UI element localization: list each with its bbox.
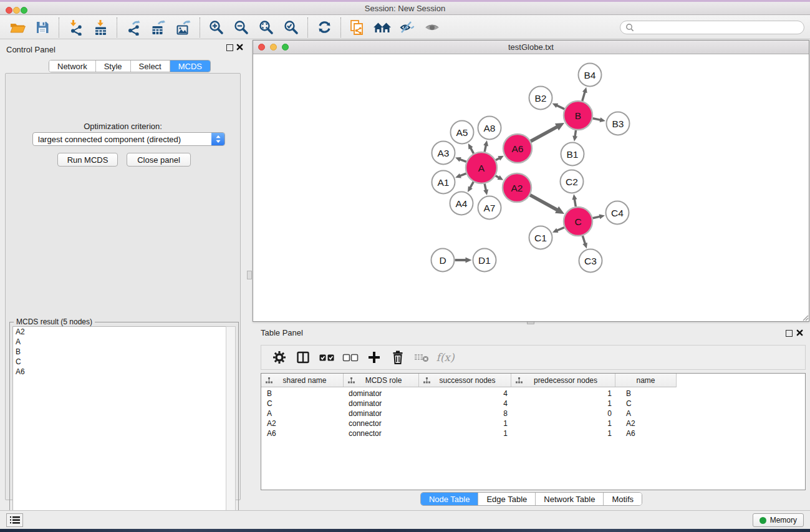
table-cell[interactable]: 1: [511, 399, 615, 409]
graph-edge-C-C3[interactable]: [582, 236, 587, 249]
tab-node-table[interactable]: Node Table: [421, 493, 479, 505]
table-cell[interactable]: A6: [261, 428, 344, 438]
graph-node-C2[interactable]: C2: [561, 170, 584, 193]
table-cell[interactable]: C: [615, 399, 677, 409]
table-row[interactable]: A6connector11A6: [261, 428, 805, 438]
table-cell[interactable]: A6: [615, 428, 677, 438]
mcds-result-scrollbar[interactable]: [226, 326, 236, 531]
tab-style[interactable]: Style: [96, 60, 131, 72]
resize-grip-icon[interactable]: [801, 314, 809, 321]
export-network-icon[interactable]: [121, 17, 146, 38]
table-cell[interactable]: 1: [511, 428, 615, 438]
table-row[interactable]: Adominator80A: [261, 409, 805, 418]
graph-node-A1[interactable]: A1: [432, 171, 455, 194]
close-panel-button[interactable]: Close panel: [127, 153, 191, 167]
table-cell[interactable]: 4: [419, 399, 511, 409]
zoom-in-icon[interactable]: [204, 17, 229, 38]
graph-node-A[interactable]: A: [466, 152, 497, 183]
tab-network-table[interactable]: Network Table: [536, 493, 604, 505]
graph-edge-B-B1[interactable]: [572, 130, 577, 142]
table-cell[interactable]: 8: [419, 409, 511, 418]
table-cell[interactable]: connector: [344, 428, 419, 438]
export-image-icon[interactable]: [171, 17, 196, 38]
graph-node-D[interactable]: D: [432, 249, 455, 272]
graph-node-C[interactable]: C: [564, 207, 592, 236]
table-cell[interactable]: A2: [261, 418, 344, 428]
graph-edge-A-A1[interactable]: [455, 173, 466, 178]
export-table-icon[interactable]: [146, 17, 171, 38]
run-mcds-button[interactable]: Run MCDS: [57, 153, 118, 167]
graph-node-A3[interactable]: A3: [432, 142, 455, 165]
memory-button[interactable]: Memory: [753, 513, 804, 527]
refresh-icon[interactable]: [312, 17, 337, 38]
graph-edge-A6-B[interactable]: [531, 123, 564, 142]
delete-table-icon[interactable]: [410, 347, 433, 367]
graph-node-A5[interactable]: A5: [451, 121, 474, 144]
graph-edge-A-A5[interactable]: [468, 143, 474, 153]
table-row[interactable]: Bdominator41B: [261, 389, 805, 399]
column-header-predecessor-nodes[interactable]: predecessor nodes: [511, 374, 615, 387]
tab-select[interactable]: Select: [131, 60, 170, 72]
split-view-icon[interactable]: [291, 347, 315, 367]
function-builder-icon[interactable]: f(x): [433, 347, 457, 367]
network-canvas[interactable]: B4B2BB3A5A8A6A3B1AA1C2A2A4A7C4CC1C3DD1: [253, 54, 809, 321]
graph-edge-B-B2[interactable]: [552, 104, 565, 109]
table-cell[interactable]: A2: [615, 418, 677, 428]
import-network-icon[interactable]: [63, 17, 88, 38]
table-row[interactable]: A2connector11A2: [261, 418, 805, 428]
graph-edge-A-A3[interactable]: [455, 157, 466, 162]
graph-node-C4[interactable]: C4: [606, 201, 629, 225]
table-cell[interactable]: B: [615, 389, 677, 399]
table-cell[interactable]: 1: [419, 418, 511, 428]
zoom-fit-icon[interactable]: [254, 17, 279, 38]
table-cell[interactable]: connector: [344, 418, 419, 428]
table-cell[interactable]: 1: [511, 389, 615, 399]
graph-edge-B-B3[interactable]: [593, 117, 605, 122]
graph-node-A2[interactable]: A2: [503, 173, 531, 202]
deselect-all-checkboxes-icon[interactable]: [339, 347, 362, 367]
destroy-network-icon[interactable]: [345, 17, 370, 38]
table-cell[interactable]: 0: [511, 409, 615, 418]
tab-mcds[interactable]: MCDS: [170, 60, 210, 72]
graph-node-B1[interactable]: B1: [561, 143, 584, 166]
table-cell[interactable]: B: [261, 389, 344, 399]
open-file-icon[interactable]: [5, 17, 30, 38]
graph-node-A6[interactable]: A6: [503, 134, 532, 163]
graph-edge-C-C4[interactable]: [592, 214, 605, 219]
import-table-icon[interactable]: [88, 17, 113, 38]
tab-edge-table[interactable]: Edge Table: [478, 493, 536, 505]
global-search-input[interactable]: [634, 22, 804, 33]
table-cell[interactable]: C: [261, 399, 344, 409]
table-cell[interactable]: A: [615, 409, 677, 418]
table-cell[interactable]: dominator: [344, 399, 419, 409]
graph-node-A8[interactable]: A8: [478, 117, 501, 140]
add-column-icon[interactable]: [362, 347, 386, 367]
home-layout-icon[interactable]: [370, 17, 395, 38]
zoom-out-icon[interactable]: [229, 17, 254, 38]
graph-edge-C-C1[interactable]: [552, 228, 564, 233]
select-all-checkboxes-icon[interactable]: [315, 347, 339, 367]
column-header-mcds-role[interactable]: MCDS role: [344, 374, 419, 387]
graph-edge-B-B4[interactable]: [582, 87, 587, 101]
graph-edge-A-A6[interactable]: [496, 156, 504, 161]
table-float-panel-icon[interactable]: [786, 330, 793, 337]
graph-edge-A-A4[interactable]: [468, 182, 473, 192]
vertical-splitter-handle[interactable]: [247, 271, 252, 279]
graph-edge-A-A7[interactable]: [483, 183, 488, 195]
graph-edge-C-C2[interactable]: [572, 194, 577, 206]
mcds-result-item[interactable]: A6: [13, 367, 226, 377]
table-cell[interactable]: 1: [511, 418, 615, 428]
task-history-button[interactable]: [6, 513, 23, 527]
table-cell[interactable]: 4: [419, 389, 511, 399]
graph-node-C1[interactable]: C1: [529, 226, 552, 249]
graph-edge-A-A2[interactable]: [496, 175, 504, 180]
mcds-result-item[interactable]: B: [13, 347, 226, 357]
mcds-result-item[interactable]: C: [13, 357, 226, 367]
graph-node-A7[interactable]: A7: [478, 196, 501, 220]
tab-network[interactable]: Network: [49, 60, 96, 72]
hide-selected-icon[interactable]: [395, 17, 420, 38]
graph-edge-A2-C[interactable]: [530, 195, 564, 214]
show-all-icon[interactable]: [420, 17, 445, 38]
graph-node-B[interactable]: B: [564, 101, 592, 130]
mcds-result-item[interactable]: A2: [13, 327, 226, 337]
